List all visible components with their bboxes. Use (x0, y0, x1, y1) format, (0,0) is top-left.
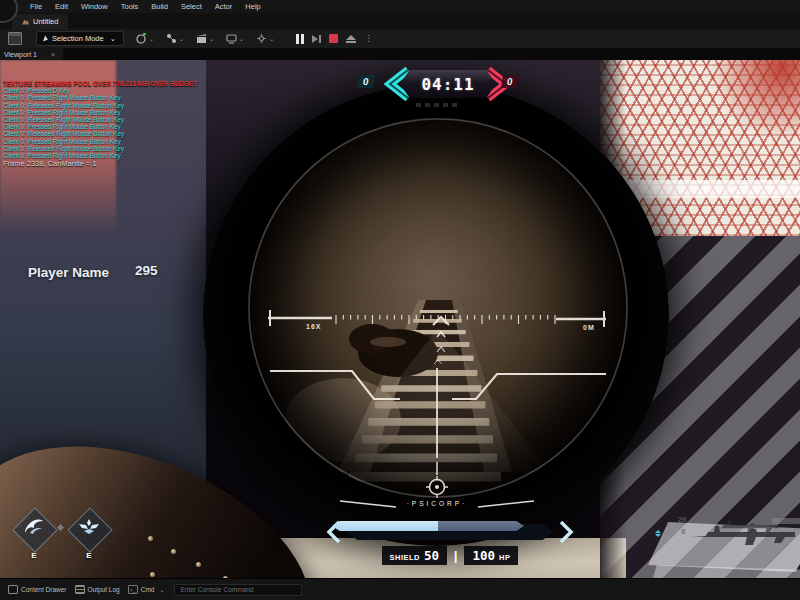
menu-item[interactable]: Select (181, 2, 202, 11)
platforms-button[interactable]: ⌄ (226, 33, 244, 44)
hp-remainder (438, 521, 524, 531)
chevron-down-icon: ⌄ (179, 35, 184, 42)
settings-button[interactable]: ⌄ (256, 33, 274, 44)
output-log-icon (75, 585, 85, 594)
pickup-label-blur (772, 518, 800, 524)
hp-value: 100 (472, 548, 495, 563)
ability-slot-jetpack: E (67, 507, 111, 551)
input-log-line: Client 0: Released Right Mouse Button Ke… (3, 130, 197, 137)
score-left: 0 (357, 75, 374, 88)
scope-view (248, 118, 628, 498)
input-log-list: Client 0: Pressed D KeyClient 0: Pressed… (3, 87, 197, 159)
hex-wall-red-blotch (710, 60, 800, 140)
match-timer: 04:11 (421, 75, 474, 94)
chevron-down-icon: ⌄ (269, 35, 274, 42)
ability-slot-dash: E (12, 507, 56, 551)
eject-icon[interactable] (346, 35, 356, 43)
input-log-line: Client 0: Pressed Right Mouse Button Key (3, 109, 197, 116)
close-icon[interactable]: × (51, 51, 55, 58)
output-log-button[interactable]: Output Log (75, 585, 120, 594)
viewport-tab-label: Viewport 1 (4, 51, 37, 58)
blueprints-button[interactable]: ⌄ (166, 33, 184, 44)
timer-panel: 04:11 (400, 70, 496, 98)
shield-value: 50 (424, 548, 439, 563)
wing-swirl-icon (22, 515, 46, 539)
input-log-line: Client 0: Pressed Right Mouse Button Key (3, 152, 197, 159)
selection-mode-label: Selection Mode (52, 34, 104, 43)
input-log-line: Client 0: Pressed Right Mouse Button Key (3, 94, 197, 101)
viewport-tab-row: Viewport 1 × (0, 48, 800, 60)
game-viewport[interactable]: 26 8 (0, 60, 800, 578)
clapperboard-icon (196, 33, 207, 44)
content-drawer-label: Content Drawer (21, 586, 67, 593)
cinematics-button[interactable]: ⌄ (196, 33, 214, 44)
editor-toolbar: Selection Mode ⌄ ⌄ ⌄ ⌄ (0, 29, 800, 48)
menu-item[interactable]: File (30, 2, 42, 11)
vitals-readout: SHIELD 50 | 100 HP (325, 546, 575, 565)
tab-viewport-1[interactable]: Viewport 1 × (0, 48, 63, 60)
menu-item[interactable]: Tools (121, 2, 139, 11)
cursor-icon (43, 35, 49, 42)
rivet (150, 572, 155, 577)
menu-item[interactable]: Build (151, 2, 168, 11)
pickup-count: 8 (681, 527, 685, 536)
input-log-line: Client 0: Pressed Right Mouse Button Key (3, 123, 197, 130)
texture-streaming-warning: TEXTURE STREAMING POOL OVER 776.213 MiB … (3, 80, 197, 87)
vitals-hud: SHIELD 50 | 100 HP (325, 518, 575, 574)
play-controls: ⋮ (296, 34, 373, 44)
match-timer-hud: 0 04:11 0 (352, 66, 524, 110)
rivet (148, 536, 153, 541)
player-tag: Player Name 295 (28, 263, 248, 281)
score-right: 0 (502, 75, 519, 88)
more-options-icon[interactable]: ⋮ (364, 34, 373, 43)
vitals-right-chevron (557, 520, 575, 544)
menu-item[interactable]: Window (81, 2, 108, 11)
save-icon[interactable] (8, 32, 22, 45)
shield-fill (332, 521, 438, 531)
health-bar-fill (332, 521, 524, 531)
add-actor-button[interactable]: ⌄ (136, 33, 154, 44)
blueprint-icon (166, 33, 177, 44)
settings-icon (256, 33, 267, 44)
status-bar: Content Drawer Output Log >_ Cmd ⌄ (0, 578, 800, 600)
input-log-line: Client 0: Pressed Right Mouse Button Key (3, 138, 197, 145)
cmd-label: Cmd (141, 586, 155, 593)
jet-wings-icon (77, 515, 101, 539)
tab-untitled-level[interactable]: Untitled (12, 14, 68, 29)
menu-bar: FileEditWindowToolsBuildSelectActorHelp (0, 0, 800, 13)
pause-icon[interactable] (296, 34, 304, 44)
output-log-label: Output Log (88, 586, 120, 593)
scope-scene (248, 118, 628, 498)
pickup-count: 26 (678, 515, 687, 524)
ability-keybind: E (67, 551, 111, 560)
chevron-down-icon: ⌄ (159, 586, 164, 593)
content-drawer-button[interactable]: Content Drawer (8, 585, 67, 594)
content-drawer-icon (8, 585, 18, 594)
console-command-input[interactable] (174, 584, 302, 596)
input-log-line: Client 0: Released Right Mouse Button Ke… (3, 102, 197, 109)
scope-distance-label: 0M (583, 324, 595, 331)
unreal-editor-window: 26 8 (0, 0, 800, 600)
pickup-icon (655, 530, 661, 537)
hp-badge: 100 HP (464, 546, 518, 565)
vitals-divider: | (454, 549, 457, 563)
platforms-icon (226, 33, 237, 44)
asset-tab-row: Untitled (0, 13, 800, 29)
frame-step-icon[interactable] (312, 35, 321, 43)
input-log-line: Client 0: Released Right Mouse Button Ke… (3, 116, 197, 123)
scope-magnification-label: 16X (306, 323, 321, 330)
ability-keybind: E (12, 551, 56, 560)
selection-mode-dropdown[interactable]: Selection Mode ⌄ (36, 31, 124, 46)
timer-subtext-blur (416, 103, 460, 107)
stop-icon[interactable] (329, 34, 338, 43)
tab-label: Untitled (33, 17, 58, 26)
cmd-dropdown[interactable]: >_ Cmd ⌄ (128, 585, 165, 594)
hp-label: HP (499, 553, 510, 562)
menu-item[interactable]: Help (245, 2, 260, 11)
menu-item[interactable]: Actor (215, 2, 233, 11)
menu-item[interactable]: Edit (55, 2, 68, 11)
scope-brand-label: ·PSICORP· (377, 500, 497, 507)
chevron-down-icon: ⌄ (239, 35, 244, 42)
frame-debug-line: Frame 2338, CanMantle = 1 (3, 160, 197, 167)
rivet (196, 562, 201, 567)
